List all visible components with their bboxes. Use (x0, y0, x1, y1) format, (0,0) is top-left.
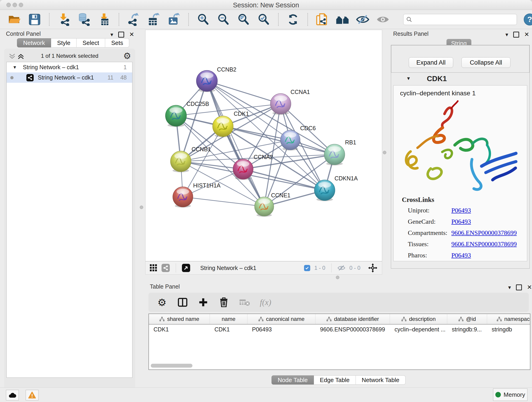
function-builder-icon[interactable]: f(x) (260, 298, 271, 307)
search-input[interactable] (414, 16, 514, 23)
panel-menu-icon[interactable]: ▾ (505, 32, 508, 38)
crosslink-link[interactable]: 9606.ENSP00000378699 (451, 240, 517, 248)
tab-node-table[interactable]: Node Table (272, 375, 314, 385)
help-button[interactable]: ? (524, 13, 532, 26)
panel-float-icon[interactable] (516, 284, 522, 290)
panel-menu-icon[interactable]: ▾ (508, 284, 511, 291)
tab-network-table[interactable]: Network Table (356, 375, 405, 385)
table-horizontal-scrollbar[interactable] (151, 364, 192, 368)
tab-edge-table[interactable]: Edge Table (314, 375, 356, 385)
cloud-status-button[interactable] (6, 390, 19, 400)
node-table[interactable]: shared name name canonical name database… (148, 313, 530, 370)
cell-name[interactable]: CDK1 (210, 326, 247, 333)
cell-id[interactable]: stringdb:9... (447, 326, 487, 333)
tab-sets[interactable]: Sets (105, 38, 129, 47)
cell-shared-name[interactable]: CDK1 (149, 326, 210, 333)
network-collection-row[interactable]: ▼ String Network – cdk1 1 (7, 62, 132, 72)
network-node-CDC6[interactable] (280, 130, 300, 151)
collapse-all-button[interactable]: Collapse All (462, 57, 510, 68)
horizontal-splitter[interactable] (145, 274, 532, 280)
cell-database-identifier[interactable]: 9606.ENSP00000378699 (316, 326, 390, 333)
column-header-description[interactable]: description (390, 314, 447, 324)
network-node-CCNE1[interactable] (254, 197, 274, 217)
panel-menu-icon[interactable]: ▾ (110, 32, 113, 38)
export-image-icon[interactable] (167, 13, 181, 26)
import-network-file-icon[interactable] (57, 13, 70, 26)
tab-network[interactable]: Network (17, 38, 51, 47)
column-header-id[interactable]: @id (447, 314, 487, 324)
network-row[interactable]: String Network – cdk1 11 48 (7, 72, 132, 83)
birds-eye-view-icon[interactable] (150, 264, 157, 272)
column-header-namespace[interactable]: namespace (487, 314, 530, 324)
crosslink-link[interactable]: 9606.ENSP00000378699 (451, 229, 517, 236)
tab-select[interactable]: Select (76, 38, 105, 47)
delete-column-icon[interactable] (219, 297, 229, 307)
network-node-CCNA2[interactable] (233, 159, 253, 180)
zoom-out-icon[interactable] (217, 13, 230, 26)
hidden-items-icon[interactable] (337, 265, 345, 271)
table-options-gear-icon[interactable]: ⚙ (157, 297, 167, 307)
network-options-gear-icon[interactable]: ⚙ (123, 51, 131, 61)
refresh-icon[interactable] (286, 13, 300, 26)
left-splitter-handle[interactable] (140, 206, 143, 209)
network-edge-CCNB2-CCNA1[interactable] (207, 81, 281, 104)
network-node-CCNA1[interactable] (270, 94, 291, 115)
column-header-database-identifier[interactable]: database identifier (316, 314, 390, 324)
selected-items-icon[interactable] (304, 265, 310, 271)
crosslink-link[interactable]: P06493 (451, 218, 471, 225)
export-table-icon[interactable] (147, 13, 160, 26)
collection-expand-icon[interactable]: ▼ (13, 65, 17, 70)
cell-canonical-name[interactable]: P06493 (247, 326, 316, 333)
network-node-HIST1H1A[interactable] (173, 187, 193, 208)
zoom-in-icon[interactable] (196, 13, 210, 26)
column-header-shared-name[interactable]: shared name (149, 314, 210, 324)
first-neighbors-icon[interactable] (336, 13, 349, 26)
section-collapse-icon[interactable]: ▼ (406, 76, 411, 81)
memory-button[interactable]: Memory (493, 389, 527, 401)
hide-selected-icon[interactable] (356, 13, 369, 26)
horizontal-splitter-handle[interactable] (336, 276, 339, 279)
network-graph[interactable]: CCNB2CCNA1CDC25BCDK1CDC6RB1CCNB1CCNA2CDK… (146, 30, 382, 261)
network-overview-icon[interactable] (162, 264, 170, 272)
show-columns-icon[interactable] (177, 297, 188, 307)
import-table-icon[interactable] (98, 13, 111, 26)
save-session-icon[interactable] (28, 13, 41, 26)
panel-close-icon[interactable]: ✕ (524, 31, 529, 38)
column-header-name[interactable]: name (210, 314, 247, 324)
right-splitter-handle[interactable] (383, 151, 386, 154)
cell-namespace[interactable]: stringdb (487, 326, 530, 333)
panel-close-icon[interactable]: ✕ (527, 284, 532, 291)
network-edge-CCNE1-HIST1H1A[interactable] (183, 197, 264, 206)
panel-close-icon[interactable]: ✕ (129, 31, 134, 38)
network-view-canvas[interactable]: CCNB2CCNA1CDC25BCDK1CDC6RB1CCNB1CCNA2CDK… (145, 30, 382, 261)
expand-all-button[interactable]: Expand All (409, 57, 453, 68)
create-column-icon[interactable] (198, 297, 209, 307)
import-network-database-icon[interactable] (77, 13, 91, 26)
open-session-icon[interactable] (8, 13, 21, 26)
node-label-CCNA2: CCNA2 (254, 154, 273, 160)
column-header-canonical-name[interactable]: canonical name (247, 314, 316, 324)
new-network-from-selection-icon[interactable] (316, 13, 329, 26)
tab-style[interactable]: Style (51, 38, 76, 47)
panel-float-icon[interactable] (118, 32, 124, 38)
network-edge-count: 48 (120, 74, 127, 81)
panel-float-icon[interactable] (513, 32, 519, 38)
show-all-icon[interactable] (376, 13, 389, 26)
export-network-icon[interactable] (127, 13, 140, 26)
network-node-RB1[interactable] (324, 144, 345, 166)
network-node-CDK1[interactable] (213, 116, 233, 137)
network-node-CCNB1[interactable] (171, 151, 191, 172)
network-node-CDKN1A[interactable] (314, 180, 335, 201)
zoom-fit-icon[interactable] (237, 13, 250, 26)
open-in-new-window-icon[interactable] (182, 264, 190, 272)
crosslink-link[interactable]: P06493 (451, 207, 471, 214)
warnings-button[interactable] (26, 390, 38, 400)
fit-content-icon[interactable] (368, 263, 378, 273)
delete-table-icon[interactable] (239, 297, 250, 307)
search-field[interactable] (403, 14, 517, 25)
crosslink-link[interactable]: P06493 (451, 252, 471, 259)
table-row[interactable]: CDK1 CDK1 P06493 9606.ENSP00000378699 cy… (149, 325, 530, 334)
cell-description[interactable]: cyclin–dependent ... (390, 326, 447, 333)
toolbar-separator (119, 13, 119, 26)
zoom-selected-icon[interactable] (257, 13, 270, 26)
